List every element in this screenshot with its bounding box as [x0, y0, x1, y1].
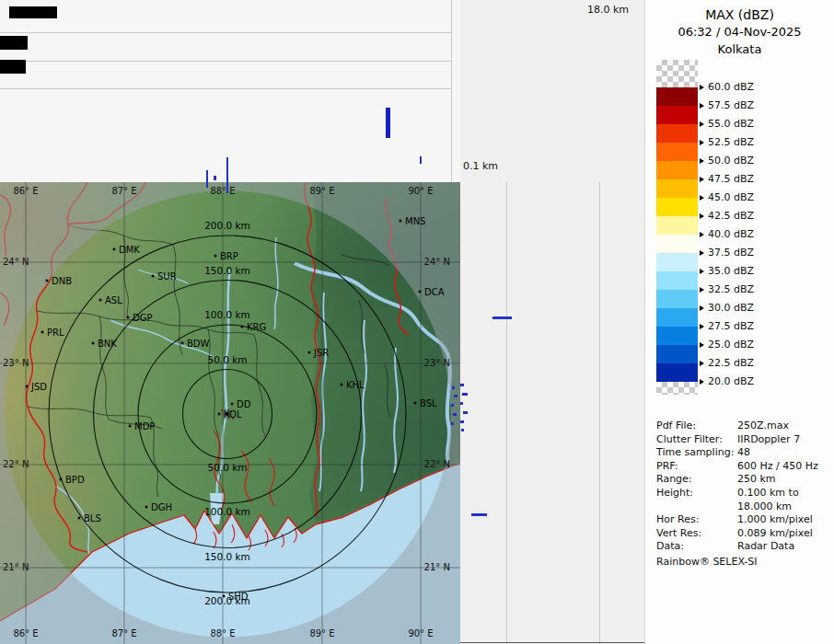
dbz-cell	[656, 161, 698, 179]
echo-mark	[461, 429, 464, 431]
city-label: SUR	[157, 271, 177, 282]
dbz-cell	[656, 235, 698, 253]
dbz-cell	[656, 345, 698, 363]
city-label: MNS	[405, 216, 425, 226]
city-label: BPD	[65, 475, 85, 485]
info-block: Pdf File:250Z.maxClutter Filter:IIRDoppl…	[656, 420, 830, 569]
legend-panel: MAX (dBZ) 06:32 / 04-Nov-2025 Kolkata 60…	[644, 0, 834, 644]
lon-label: 89° E	[309, 186, 334, 196]
city-label: BNK	[98, 339, 117, 349]
range-ring-label: 200.0 km	[204, 220, 250, 231]
city-dot	[341, 384, 343, 386]
dbz-label: 60.0 dBZ	[708, 81, 754, 93]
radar-map[interactable]: 86° E86° E87° E87° E88° E88° E89° E89° E…	[0, 182, 460, 644]
dbz-label: 30.0 dBZ	[708, 302, 754, 314]
height-min-label: 0.1 km	[463, 160, 498, 172]
dbz-label: 25.0 dBZ	[708, 339, 754, 351]
lon-label: 88° E	[210, 628, 235, 638]
dbz-cell	[656, 327, 698, 345]
echo-mark	[460, 420, 464, 423]
lat-label: 22° N	[424, 459, 450, 469]
lat-label: 21° N	[3, 562, 29, 572]
city-dot	[41, 331, 44, 334]
lat-label: 24° N	[3, 257, 29, 267]
datetime-label: 06:32 / 04-Nov-2025	[645, 25, 834, 39]
panel-edge-line	[451, 0, 452, 182]
dbz-cell	[656, 198, 698, 216]
city-label: DCA	[424, 287, 445, 297]
city-label: KRG	[247, 322, 266, 332]
info-row-value: 600 Hz / 450 Hz	[737, 460, 830, 474]
dbz-label: 57.5 dBZ	[708, 99, 754, 111]
lon-label: 86° E	[13, 628, 38, 638]
city-label: DGP	[133, 313, 152, 323]
echo-mark	[460, 402, 463, 405]
info-row-value: 250Z.max	[737, 420, 830, 433]
city-dot	[181, 342, 184, 345]
software-brand: Rainbow® SELEX-SI	[656, 555, 830, 569]
city-label: MDP	[134, 421, 155, 431]
dbz-cell	[656, 60, 698, 87]
info-row: Data:Radar Data	[656, 540, 830, 554]
dbz-cell	[656, 179, 698, 198]
height-gridline	[0, 88, 451, 89]
city-label: SHD	[228, 592, 249, 602]
info-row: Height:0.100 km to	[656, 487, 830, 500]
info-row: PRF:600 Hz / 450 Hz	[656, 460, 830, 474]
dbz-label: 40.0 dBZ	[708, 228, 754, 240]
dbz-cell	[656, 106, 698, 124]
city-label: KHL	[346, 380, 365, 390]
axis-label-box	[0, 36, 28, 50]
echo-mark	[463, 411, 468, 414]
info-row-label: Clutter Filter:	[656, 433, 737, 447]
dbz-label: 42.5 dBZ	[708, 210, 754, 222]
dbz-label: 55.0 dBZ	[708, 118, 754, 130]
dbz-cell	[656, 271, 698, 290]
axis-label-box	[0, 60, 26, 74]
dbz-label: 32.5 dBZ	[708, 283, 754, 295]
city-dot	[78, 517, 81, 520]
echo-mark	[420, 156, 422, 164]
lon-label: 90° E	[408, 186, 433, 196]
echo-mark	[214, 176, 216, 180]
lat-label: 22° N	[3, 459, 29, 469]
range-ring-label: 50.0 km	[207, 354, 247, 365]
dbz-cell	[656, 124, 698, 143]
city-label: DMK	[119, 245, 140, 255]
echo-mark	[471, 513, 487, 516]
city-label: BRP	[220, 251, 238, 261]
dbz-label: 27.5 dBZ	[708, 320, 754, 332]
info-row: Hor Res:1.000 km/pixel	[656, 513, 830, 527]
info-row: Pdf File:250Z.max	[656, 420, 830, 433]
city-label: KOL	[224, 409, 242, 420]
lat-label: 23° N	[424, 358, 450, 368]
lat-label: 24° N	[424, 257, 450, 267]
city-label: DD	[237, 399, 251, 409]
lat-label: 23° N	[3, 358, 29, 368]
product-title: MAX (dBZ)	[645, 7, 834, 22]
info-row-label: Time sampling:	[656, 446, 737, 460]
map-svg[interactable]: 86° E86° E87° E87° E88° E88° E89° E89° E…	[0, 182, 460, 644]
dbz-cell	[656, 143, 698, 161]
dbz-cell	[656, 253, 698, 271]
city-dot	[218, 413, 221, 416]
city-label: ASL	[105, 295, 122, 305]
city-label: DGH	[151, 502, 172, 512]
range-ring-label: 100.0 km	[204, 309, 250, 320]
echo-mark	[226, 157, 228, 182]
info-row-label	[656, 500, 737, 514]
info-row-value: IIRDoppler 7	[737, 433, 830, 447]
city-dot	[46, 280, 49, 282]
height-gridline	[506, 182, 507, 644]
lon-label: 88° E	[210, 186, 235, 196]
city-dot	[26, 385, 29, 388]
info-row-label: PRF:	[656, 460, 737, 474]
radar-workspace: 18.0 km 0.1 km	[0, 0, 834, 644]
city-dot	[400, 220, 402, 223]
city-dot	[308, 351, 311, 354]
info-row-value: 250 km	[737, 473, 830, 487]
city-label: BLS	[84, 513, 101, 523]
dbz-label: 47.5 dBZ	[708, 173, 754, 185]
dbz-scale	[656, 60, 698, 395]
lat-label: 21° N	[424, 562, 450, 572]
